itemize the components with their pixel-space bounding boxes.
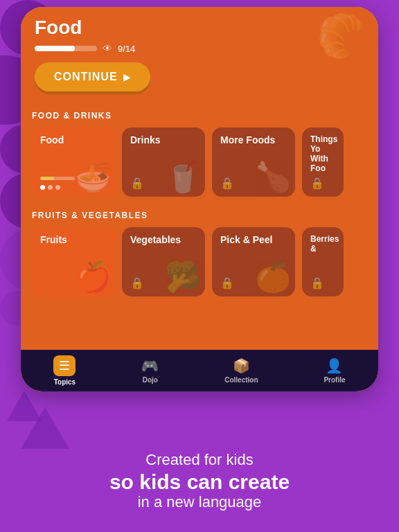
card-food-icon: 🍜 <box>75 160 111 194</box>
category-label-food-drinks: FOOD & DRINKS <box>21 111 378 121</box>
tagline-line2: so kids can create <box>14 470 385 493</box>
continue-button[interactable]: CONTINUE ▶ <box>35 62 150 91</box>
card-berries[interactable]: Berries & 🔒 <box>302 227 344 296</box>
card-food-progress <box>40 177 75 180</box>
tagline-line3: in a new language <box>14 493 385 511</box>
card-vegetables-icon: 🥦 <box>165 260 201 294</box>
lock-icon-vegetables: 🔒 <box>130 276 144 290</box>
device-frame: 🥐 Food 👁 9/14 CONTINUE ▶ FOOD & DRINKS <box>21 7 378 391</box>
card-fruits-icon: 🍎 <box>75 260 111 294</box>
progress-row: 👁 9/14 <box>35 43 364 54</box>
card-more-foods[interactable]: More Foods 🔒 🍗 <box>212 127 295 197</box>
nav-dojo[interactable]: 🎮 Dojo <box>132 353 168 388</box>
category-fruits-veg: FRUITS & VEGETABLES Fruits 🍎 Vegetables … <box>21 202 378 302</box>
categories-scroll: FOOD & DRINKS Food 🍜 <box>21 103 378 344</box>
lock-icon-things: 🔒 <box>310 177 324 190</box>
lock-icon-pick-peel: 🔒 <box>220 276 234 290</box>
card-fruits-label: Fruits <box>40 234 67 245</box>
tagline-line1: Created for kids <box>14 451 385 469</box>
fruits-veg-cards: Fruits 🍎 Vegetables 🔒 🥦 Pick & Peel 🔒 🍊 <box>21 227 378 296</box>
app-content: 🥐 Food 👁 9/14 CONTINUE ▶ FOOD & DRINKS <box>21 7 378 391</box>
card-more-foods-label: More Foods <box>220 134 275 145</box>
continue-label: CONTINUE <box>54 71 118 83</box>
food-drinks-cards: Food 🍜 Drinks 🔒 <box>21 127 378 197</box>
nav-collection-label: Collection <box>224 376 258 384</box>
card-drinks-label: Drinks <box>130 134 161 145</box>
card-berries-label: Berries & <box>310 234 344 254</box>
profile-icon: 👤 <box>326 357 343 374</box>
card-things-label: Things YoWith Foo <box>310 134 344 173</box>
topics-icon: ☰ <box>53 355 76 376</box>
card-things[interactable]: Things YoWith Foo 🔒 <box>302 127 344 197</box>
nav-collection[interactable]: 📦 Collection <box>215 353 267 388</box>
card-pick-peel-label: Pick & Peel <box>220 234 273 245</box>
category-food-drinks: FOOD & DRINKS Food 🍜 <box>21 103 378 202</box>
eye-icon: 👁 <box>103 43 112 54</box>
lock-icon-berries: 🔒 <box>310 276 324 290</box>
card-more-foods-icon: 🍗 <box>255 160 291 194</box>
dojo-icon: 🎮 <box>141 357 159 374</box>
bottom-nav: ☰ Topics 🎮 Dojo 📦 Collection 👤 Profile <box>21 350 378 391</box>
collection-icon: 📦 <box>233 357 250 374</box>
card-pick-peel[interactable]: Pick & Peel 🔒 🍊 <box>212 227 295 296</box>
card-vegetables[interactable]: Vegetables 🔒 🥦 <box>122 227 205 296</box>
lock-icon-more-foods: 🔒 <box>220 177 234 190</box>
card-drinks[interactable]: Drinks 🔒 🥤 <box>122 127 205 197</box>
card-pick-peel-icon: 🍊 <box>255 260 291 294</box>
nav-profile[interactable]: 👤 Profile <box>314 353 355 388</box>
nav-topics[interactable]: ☰ Topics <box>44 351 85 390</box>
bottom-tagline: Created for kids so kids can create in a… <box>0 451 399 511</box>
progress-bar <box>35 46 97 51</box>
nav-dojo-label: Dojo <box>143 376 158 384</box>
lock-icon-drinks: 🔒 <box>130 177 144 190</box>
card-drinks-icon: 🥤 <box>165 160 201 194</box>
triangle-decoration-2 <box>7 391 42 421</box>
progress-text: 9/14 <box>118 44 135 54</box>
card-food-label: Food <box>40 134 64 145</box>
category-label-fruits-veg: FRUITS & VEGETABLES <box>21 211 378 220</box>
progress-fill <box>35 46 75 51</box>
nav-topics-label: Topics <box>54 378 76 386</box>
card-food[interactable]: Food 🍜 <box>32 127 115 197</box>
nav-profile-label: Profile <box>323 376 345 384</box>
card-food-dots <box>40 185 60 190</box>
card-fruits[interactable]: Fruits 🍎 <box>32 227 115 296</box>
card-vegetables-label: Vegetables <box>130 234 181 245</box>
play-icon: ▶ <box>123 71 131 82</box>
